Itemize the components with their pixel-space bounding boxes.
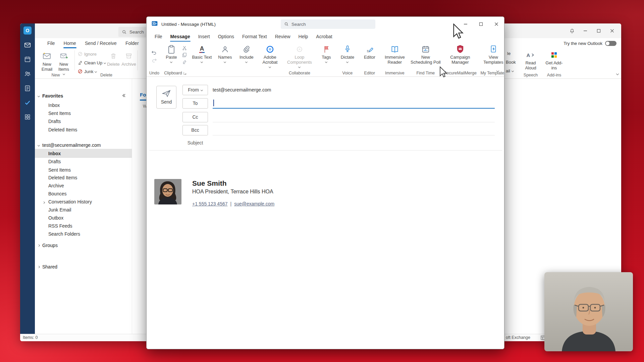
chevron-right-icon bbox=[37, 265, 40, 268]
chevron-right-icon bbox=[43, 201, 45, 204]
main-close-button[interactable] bbox=[607, 26, 617, 36]
bcc-button[interactable]: Bcc bbox=[182, 125, 208, 135]
bcc-input[interactable] bbox=[213, 125, 495, 135]
collapse-pane-icon[interactable] bbox=[122, 93, 126, 99]
cut-icon[interactable] bbox=[181, 45, 188, 51]
view-templates-button[interactable]: View Templates bbox=[480, 43, 504, 65]
get-addins-button[interactable]: Get Add-ins bbox=[543, 50, 565, 70]
compose-tab-format-text[interactable]: Format Text bbox=[238, 32, 271, 42]
folder-inbox-selected[interactable]: Inbox bbox=[35, 149, 132, 158]
dictate-button[interactable]: Dictate bbox=[338, 43, 357, 63]
basic-text-button[interactable]: A Basic Text bbox=[191, 43, 213, 63]
main-tab-home[interactable]: Home bbox=[59, 38, 80, 48]
include-button[interactable]: Include bbox=[237, 43, 256, 63]
favorite-folder-sent-items[interactable]: Sent Items bbox=[35, 109, 132, 117]
names-button[interactable]: Names bbox=[216, 43, 234, 63]
ribbon-collapse-chevron-icon[interactable] bbox=[616, 71, 619, 76]
group-label-undo: Undo bbox=[149, 70, 159, 76]
delete-button[interactable]: Delete bbox=[105, 51, 121, 67]
send-button[interactable]: Send bbox=[156, 86, 176, 109]
chevron-down-icon bbox=[269, 66, 271, 68]
folder-conversation-history[interactable]: Conversation History bbox=[35, 198, 132, 206]
from-dropdown-button[interactable]: From bbox=[182, 85, 208, 95]
compose-tab-help[interactable]: Help bbox=[294, 32, 312, 42]
folder-rss-feeds[interactable]: RSS Feeds bbox=[35, 222, 132, 230]
immersive-reader-button[interactable]: Immersive Reader bbox=[382, 43, 407, 65]
compose-search-input[interactable]: Search bbox=[281, 19, 375, 29]
paste-button[interactable]: Paste bbox=[163, 43, 180, 63]
cc-button[interactable]: Cc bbox=[182, 112, 208, 122]
compose-tab-options[interactable]: Options bbox=[214, 32, 238, 42]
favorite-folder-deleted-items[interactable]: Deleted Items bbox=[35, 126, 132, 134]
main-minimize-button[interactable] bbox=[580, 26, 590, 36]
to-button[interactable]: To bbox=[182, 98, 208, 109]
folder-archive[interactable]: Archive bbox=[35, 182, 132, 190]
new-email-button[interactable]: New Email bbox=[39, 51, 55, 72]
format-painter-icon[interactable] bbox=[181, 59, 188, 65]
cc-input[interactable] bbox=[213, 112, 495, 122]
adobe-acrobat-icon bbox=[266, 44, 274, 55]
compose-tab-file[interactable]: File bbox=[151, 32, 166, 42]
folder-search-folders[interactable]: Search Folders bbox=[35, 230, 132, 238]
compose-titlebar[interactable]: Untitled - Message (HTML) Search bbox=[147, 17, 504, 32]
people-nav-icon[interactable] bbox=[23, 70, 32, 78]
new-outlook-toggle[interactable] bbox=[605, 41, 616, 46]
group-label-my-templates: My Templates bbox=[480, 70, 504, 76]
loop-components-button[interactable]: Loop Components bbox=[284, 43, 315, 68]
filter-email-button-fragment[interactable]: ail bbox=[506, 68, 514, 73]
new-scheduling-poll-button[interactable]: New Scheduling Poll bbox=[411, 43, 441, 65]
ribbon-collapse-chevron-icon[interactable] bbox=[497, 67, 499, 73]
folder-deleted-items[interactable]: Deleted Items bbox=[35, 174, 132, 182]
folder-outbox[interactable]: Outbox bbox=[35, 214, 132, 222]
apps-nav-icon[interactable] bbox=[23, 113, 32, 121]
dialog-launcher-icon[interactable] bbox=[183, 72, 186, 75]
compose-close-button[interactable] bbox=[489, 17, 504, 32]
account-header[interactable]: test@securemailmerge.com bbox=[35, 141, 132, 149]
folder-drafts[interactable]: Drafts bbox=[35, 158, 132, 166]
undo-button[interactable] bbox=[151, 50, 157, 57]
calendar-nav-icon[interactable] bbox=[23, 55, 32, 63]
campaign-manager-button[interactable]: Campaign Manager bbox=[444, 43, 476, 65]
compose-tab-insert[interactable]: Insert bbox=[194, 32, 214, 42]
compose-maximize-button[interactable] bbox=[473, 17, 489, 32]
notifications-bell-icon[interactable] bbox=[567, 26, 577, 36]
signature-email-link[interactable]: sue@example.com bbox=[234, 201, 274, 206]
group-label-new: New bbox=[39, 73, 72, 77]
redo-button[interactable] bbox=[151, 58, 157, 64]
signature-phone-link[interactable]: +1 555 123 4567 bbox=[192, 201, 228, 206]
groups-header[interactable]: Groups bbox=[35, 241, 132, 249]
main-tab-file[interactable]: File bbox=[43, 38, 59, 48]
ignore-button[interactable]: Ignore bbox=[78, 51, 97, 57]
tags-button[interactable]: Tags bbox=[318, 43, 335, 63]
favorite-folder-inbox[interactable]: Inbox bbox=[35, 101, 132, 109]
to-input[interactable] bbox=[213, 98, 495, 109]
compose-tab-acrobat[interactable]: Acrobat bbox=[312, 32, 336, 42]
read-aloud-button[interactable]: A Read Aloud bbox=[520, 50, 541, 70]
main-maximize-button[interactable] bbox=[594, 26, 604, 36]
tasks-nav-icon[interactable] bbox=[23, 84, 32, 92]
compose-tab-review[interactable]: Review bbox=[271, 32, 294, 42]
address-book-button-fragment[interactable]: Book bbox=[506, 60, 516, 65]
copy-icon[interactable] bbox=[181, 52, 188, 58]
archive-button[interactable]: Archive bbox=[121, 51, 137, 67]
todo-nav-icon[interactable] bbox=[23, 99, 32, 107]
compose-tab-message[interactable]: Message bbox=[166, 32, 194, 42]
new-items-button[interactable]: New Items bbox=[56, 51, 72, 75]
favorites-header[interactable]: Favorites bbox=[35, 92, 132, 100]
folder-sent-items[interactable]: Sent Items bbox=[35, 166, 132, 174]
new-email-icon bbox=[39, 51, 55, 61]
clean-up-button[interactable]: Clean Up bbox=[78, 59, 106, 66]
folder-junk-email[interactable]: Junk Email bbox=[35, 206, 132, 214]
editor-button[interactable]: Editor bbox=[360, 43, 379, 60]
chevron-down-icon bbox=[512, 70, 514, 72]
search-people-button-fragment[interactable]: le bbox=[507, 51, 511, 56]
favorite-folder-drafts[interactable]: Drafts bbox=[35, 117, 132, 125]
main-tab-folder[interactable]: Folder bbox=[121, 38, 143, 48]
scheduling-poll-icon bbox=[421, 44, 430, 55]
adobe-acrobat-button[interactable]: Adobe Acrobat bbox=[259, 43, 281, 68]
subject-label[interactable]: Subject bbox=[182, 140, 208, 145]
shared-header[interactable]: Shared bbox=[35, 263, 132, 271]
folder-bounces[interactable]: Bounces bbox=[35, 190, 132, 198]
mail-nav-icon[interactable] bbox=[23, 41, 32, 49]
main-tab-send-receive[interactable]: Send / Receive bbox=[80, 38, 121, 48]
